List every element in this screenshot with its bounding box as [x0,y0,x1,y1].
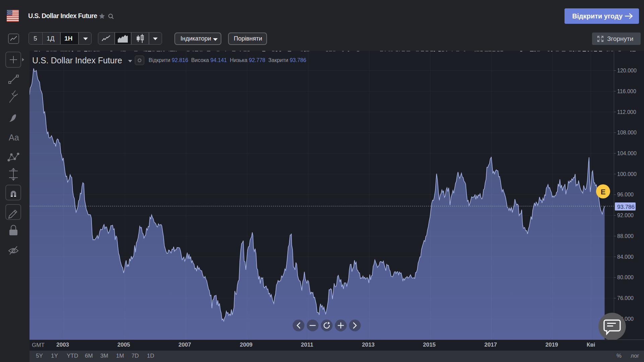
svg-text:88.000: 88.000 [617,233,634,239]
svg-text:80.000: 80.000 [617,275,634,280]
svg-text:104.000: 104.000 [617,150,637,156]
svg-text:96.000: 96.000 [617,192,634,197]
svg-text:116.000: 116.000 [617,88,636,94]
svg-text:112.000: 112.000 [617,109,636,115]
svg-text:E: E [601,188,606,196]
svg-text:108.000: 108.000 [617,130,637,135]
svg-text:93.786: 93.786 [617,204,635,210]
svg-text:100.000: 100.000 [617,171,637,177]
svg-text:Aa: Aa [9,133,19,142]
svg-text:120.000: 120.000 [617,68,637,73]
svg-text:84.000: 84.000 [617,254,634,260]
svg-text:76.000: 76.000 [617,295,634,301]
svg-text:92.000: 92.000 [617,213,634,218]
